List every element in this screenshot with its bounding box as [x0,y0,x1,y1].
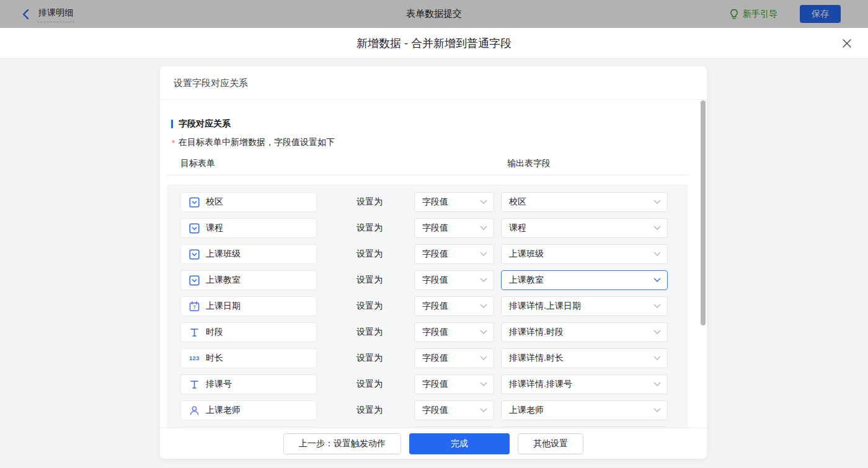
value-type-selected: 字段值 [422,275,448,286]
dialog-header: 新增数据 - 合并新增到普通字段 [0,28,868,59]
scrollbar-thumb[interactable] [701,100,706,325]
output-field-select[interactable]: 上课老师 [501,400,668,420]
beginner-guide-link[interactable]: 新手引导 [729,9,777,20]
output-field-selected: 上课教室 [509,275,544,286]
mapping-row: 7 上课日期 设置为 字段值 排课详情.上课日期 [180,296,688,316]
output-field-select[interactable]: 上课教室 [501,270,668,290]
value-type-selected: 字段值 [422,379,448,390]
mapping-row: 123 时长 设置为 字段值 排课详情.时长 [180,348,688,368]
select-field-icon [189,223,200,234]
value-type-select[interactable]: 字段值 [414,400,494,420]
output-field-select[interactable]: 排课详情.排课号 [501,374,668,394]
target-field-box: 上课班级 [180,244,317,264]
section-title-text: 字段对应关系 [179,118,231,130]
target-field-box: 校区 [180,192,317,212]
target-field-box: 123 时长 [180,348,317,368]
value-type-select[interactable]: 字段值 [414,296,494,316]
guide-label: 新手引导 [743,9,777,20]
output-field-selected: 校区 [509,196,526,208]
chevron-down-icon [480,356,487,361]
lightbulb-icon [729,9,739,19]
save-button[interactable]: 保存 [800,5,841,23]
section-title: 字段对应关系 [171,118,707,130]
value-type-select[interactable]: 字段值 [414,374,494,394]
output-field-selected: 排课详情.排课号 [509,379,572,390]
target-field-label: 时长 [206,353,223,364]
output-field-selected: 上课老师 [509,405,544,416]
target-field-label: 排课号 [206,379,232,390]
select-field-icon [189,249,200,260]
text-field-icon [190,380,199,389]
close-icon[interactable] [842,38,852,48]
target-field-label: 上课教室 [206,275,241,286]
chevron-down-icon [653,200,661,205]
chevron-down-icon [653,382,661,387]
mapping-row: 时段 设置为 字段值 排课详情.时段 [180,322,688,342]
set-as-label: 设置为 [356,379,383,390]
chevron-down-icon [480,226,487,231]
value-type-select[interactable]: 字段值 [414,348,494,368]
chevron-down-icon [480,200,487,205]
card-body: 字段对应关系 在目标表单中新增数据，字段值设置如下 目标表单 输出表字段 校区 … [160,100,707,428]
mapping-row: 课程 设置为 字段值 课程 [180,218,688,238]
set-as-label: 设置为 [356,223,383,234]
app-topbar: 排课明细 表单数据提交 新手引导 保存 [0,0,868,28]
set-as-label: 设置为 [356,353,383,364]
output-field-select[interactable]: 排课详情.上课日期 [501,296,668,316]
output-field-selected: 上课班级 [509,249,544,260]
text-field-icon [190,328,199,337]
value-type-selected: 字段值 [422,327,448,338]
value-type-select[interactable]: 字段值 [414,192,494,212]
card-footer: 上一步：设置触发动作 完成 其他设置 [160,428,707,459]
value-type-selected: 字段值 [422,301,448,312]
chevron-down-icon [480,304,487,309]
mapping-rows-panel: 校区 设置为 字段值 校区 课程 设置为 字段值 课程 [167,184,688,428]
value-type-selected: 字段值 [422,353,448,364]
dialog-body: 设置字段对应关系 字段对应关系 在目标表单中新增数据，字段值设置如下 目标表单 … [0,59,868,467]
output-field-select[interactable]: 上课班级 [501,244,668,264]
set-as-label: 设置为 [356,405,383,416]
value-type-select[interactable]: 字段值 [414,244,494,264]
previous-step-button[interactable]: 上一步：设置触发动作 [283,433,401,454]
mapping-row: 上课班级 设置为 字段值 上课班级 [180,244,688,264]
set-as-label: 设置为 [356,196,383,208]
section-accent-bar [171,120,173,128]
other-settings-button[interactable]: 其他设置 [518,433,583,454]
value-type-select[interactable]: 字段值 [414,270,494,290]
chevron-down-icon [653,226,661,231]
chevron-down-icon [653,408,661,413]
target-field-label: 上课班级 [206,249,241,260]
output-field-select[interactable]: 排课详情.时段 [501,322,668,342]
chevron-down-icon [653,278,661,283]
svg-text:7: 7 [193,304,196,311]
person-field-icon [189,405,200,416]
target-field-label: 上课日期 [206,301,241,312]
set-as-label: 设置为 [356,327,383,338]
target-field-box: 上课教室 [180,270,317,290]
chevron-down-icon [480,382,487,387]
select-field-icon [189,197,200,208]
chevron-down-icon [653,304,661,309]
column-headers: 目标表单 输出表字段 [180,158,707,169]
target-field-box: 上课老师 [180,400,317,420]
output-field-selected: 排课详情.上课日期 [509,301,581,312]
value-type-selected: 字段值 [422,405,448,416]
chevron-down-icon [480,408,487,413]
output-field-select[interactable]: 排课详情.时长 [501,348,668,368]
output-field-select[interactable]: 校区 [501,192,668,212]
finish-button[interactable]: 完成 [409,433,510,454]
value-type-select[interactable]: 字段值 [414,218,494,238]
target-field-box: 7 上课日期 [180,296,317,316]
number-field-icon: 123 [189,355,200,361]
output-field-selected: 排课详情.时段 [509,327,564,338]
chevron-down-icon [653,252,661,257]
value-type-select[interactable]: 字段值 [414,322,494,342]
select-field-icon [189,275,200,286]
target-field-box: 时段 [180,322,317,342]
chevron-down-icon [653,356,661,361]
output-field-selected: 课程 [509,223,526,234]
date-field-icon: 7 [189,301,200,312]
target-field-label: 时段 [206,327,223,338]
set-as-label: 设置为 [356,275,383,286]
output-field-select[interactable]: 课程 [501,218,668,238]
